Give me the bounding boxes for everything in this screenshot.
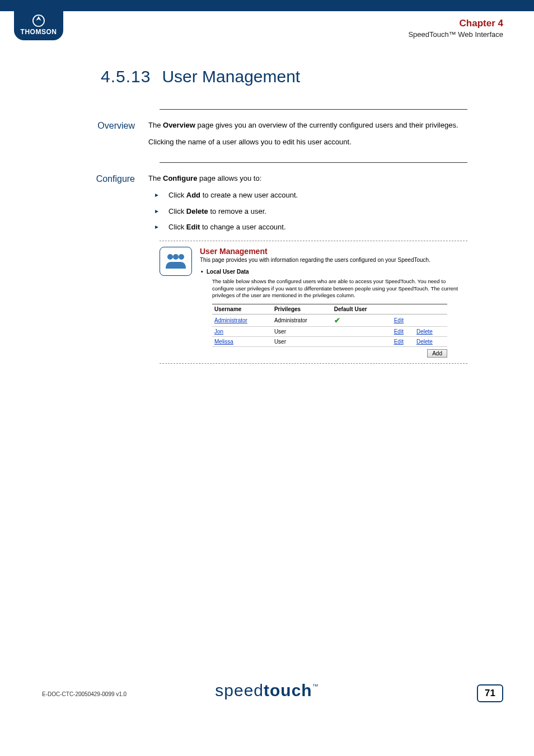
edit-link[interactable]: Edit [394, 317, 404, 323]
list-item: Click Delete to remove a user. [153, 206, 467, 217]
footer-doc-id: E-DOC-CTC-20050429-0099 v1.0 [42, 691, 127, 697]
brand-badge: THOMSON [14, 0, 63, 40]
configure-heading: Configure [42, 173, 148, 237]
chapter-subtitle: SpeedTouch™ Web Interface [408, 30, 503, 39]
list-item: Click Add to create a new user account. [153, 190, 467, 201]
priv-cell: User [272, 327, 332, 337]
top-bar [0, 0, 534, 11]
section-title-row: 4.5.13 User Management [101, 67, 300, 86]
configure-bold: Configure [163, 174, 197, 182]
add-button[interactable]: Add [427, 349, 447, 358]
user-link[interactable]: Melissa [214, 339, 233, 345]
edit-link[interactable]: Edit [394, 339, 404, 345]
col-username: Username [212, 304, 272, 314]
svg-point-3 [179, 254, 184, 260]
table-row: Jon User Edit Delete [212, 327, 447, 337]
users-icon [160, 247, 192, 276]
table-row: Administrator Administrator ✔ Edit [212, 314, 447, 327]
divider [160, 109, 467, 110]
user-link[interactable]: Jon [214, 328, 223, 335]
col-privileges: Privileges [272, 304, 332, 314]
page-number: 71 [477, 684, 503, 702]
overview-heading: Overview [42, 120, 148, 153]
overview-body: The Overview page gives you an overview … [148, 120, 467, 153]
section-number: 4.5.13 [101, 67, 151, 86]
divider [160, 162, 467, 163]
thomson-logo-icon [32, 15, 45, 27]
overview-text: The [148, 121, 163, 129]
check-icon: ✔ [334, 316, 340, 325]
priv-cell: User [272, 337, 332, 347]
configure-text: The [148, 174, 163, 182]
edit-link[interactable]: Edit [394, 328, 404, 335]
screenshot-panel: User Management This page provides you w… [160, 241, 467, 364]
overview-text: Clicking the name of a user allows you t… [148, 137, 467, 148]
configure-text: page allows you to: [197, 174, 261, 182]
ui-subheading: Local User Data [207, 269, 467, 275]
table-row: Melissa User Edit Delete [212, 337, 447, 347]
chapter-label: Chapter 4 [408, 18, 503, 29]
ui-title: User Management [200, 247, 467, 256]
user-link[interactable]: Administrator [214, 317, 247, 323]
ui-note: The table below shows the configured use… [212, 278, 467, 299]
configure-body: The Configure page allows you to: Click … [148, 173, 467, 237]
svg-point-2 [173, 254, 179, 260]
priv-cell: Administrator [272, 314, 332, 327]
section-title: User Management [162, 67, 300, 86]
overview-text: page gives you an overview of the curren… [195, 121, 458, 129]
delete-link[interactable]: Delete [416, 339, 433, 345]
ui-description: This page provides you with information … [200, 257, 467, 263]
col-default: Default User [332, 304, 392, 314]
footer-brand: speedtouch™ [215, 681, 318, 699]
header-right: Chapter 4 SpeedTouch™ Web Interface [408, 18, 503, 39]
brand-name: THOMSON [21, 28, 57, 36]
delete-link[interactable]: Delete [416, 328, 433, 335]
list-item: Click Edit to change a user account. [153, 222, 467, 233]
svg-point-1 [167, 254, 173, 260]
overview-bold: Overview [163, 121, 195, 129]
users-table: Username Privileges Default User Adminis… [212, 304, 447, 347]
